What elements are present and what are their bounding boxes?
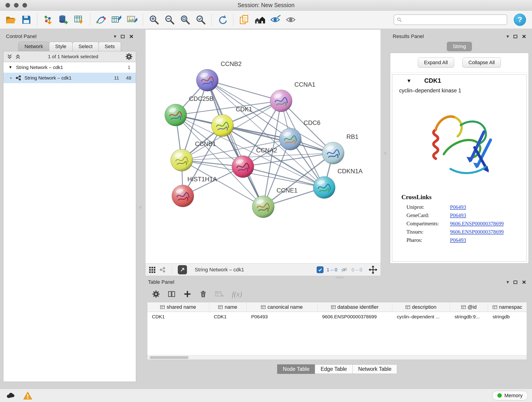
- panel-resize-handle[interactable]: [336, 276, 344, 279]
- section-collapse-caret-icon[interactable]: ▼: [406, 78, 412, 84]
- refresh-button[interactable]: [215, 13, 230, 27]
- table-panel-header: Table Panel ▾ ×: [145, 278, 529, 287]
- warnings-button[interactable]: [21, 390, 34, 401]
- gene-name: CDK1: [424, 77, 441, 84]
- cloud-status-button[interactable]: [4, 390, 17, 401]
- import-network-database-button[interactable]: [57, 13, 71, 27]
- cell-description[interactable]: cyclin–dependent ...: [392, 312, 450, 322]
- tab-style[interactable]: Style: [49, 42, 73, 51]
- export-image-button[interactable]: [125, 13, 139, 27]
- tab-sets[interactable]: Sets: [99, 42, 121, 51]
- show-columns-icon[interactable]: [168, 290, 176, 298]
- panel-float-icon[interactable]: [513, 35, 517, 38]
- tab-edge-table[interactable]: Edge Table: [315, 364, 353, 374]
- image-export-icon: [127, 14, 138, 25]
- tree-expand-caret-icon[interactable]: ▼: [8, 65, 12, 70]
- network-node-CCNA1[interactable]: CCNA1: [270, 81, 316, 112]
- panel-close-icon[interactable]: ×: [522, 33, 526, 40]
- gear-icon[interactable]: [152, 290, 160, 298]
- export-table-button[interactable]: [109, 13, 124, 27]
- panel-menu-caret-icon[interactable]: ▾: [506, 34, 509, 39]
- column-header-id[interactable]: @id: [450, 302, 488, 312]
- panel-float-icon[interactable]: [513, 281, 517, 284]
- warning-icon: [23, 391, 32, 400]
- gear-icon[interactable]: [125, 53, 133, 60]
- cell-id[interactable]: stringdb:9...: [450, 312, 488, 322]
- network-collection-row[interactable]: ▼ String Network – cdk1 1: [3, 62, 136, 73]
- panel-float-icon[interactable]: [121, 35, 125, 38]
- search-input[interactable]: [404, 17, 504, 22]
- zoom-selected-button[interactable]: [194, 13, 208, 27]
- panel-close-icon[interactable]: ×: [129, 33, 133, 40]
- panel-menu-caret-icon[interactable]: ▾: [506, 280, 509, 285]
- delete-icon[interactable]: [199, 290, 207, 298]
- column-header-namespace[interactable]: namespac: [488, 302, 527, 312]
- network-node-HIST1H1A[interactable]: HIST1H1A: [172, 176, 217, 207]
- merge-networks-button[interactable]: [94, 13, 108, 27]
- import-network-file-button[interactable]: [41, 13, 55, 27]
- scrollbar-thumb[interactable]: [150, 356, 189, 359]
- collapse-all-button[interactable]: Collapse All: [462, 57, 501, 68]
- crosslink-tissues-link[interactable]: 9606.ENSP00000378699: [450, 229, 504, 235]
- network-row-selected[interactable]: ● String Network – cdk1 11 48: [3, 73, 136, 83]
- move-crosshair-icon[interactable]: [369, 265, 377, 274]
- birdseye-view-button[interactable]: [178, 265, 187, 274]
- node-label-CCNA2: CCNA2: [256, 147, 277, 154]
- network-node-RB1[interactable]: RB1: [322, 133, 359, 164]
- delete-table-icon-disabled[interactable]: [215, 290, 224, 298]
- copy-document-button[interactable]: [237, 13, 251, 27]
- network-node-CDKN1A[interactable]: CDKN1A: [313, 168, 363, 198]
- expand-all-button[interactable]: Expand All: [418, 57, 454, 68]
- cell-namespace[interactable]: stringdb: [488, 312, 527, 322]
- tab-select[interactable]: Select: [72, 42, 99, 51]
- vertical-splitter-handle[interactable]: [384, 152, 387, 155]
- panel-menu-caret-icon[interactable]: ▾: [114, 34, 116, 39]
- column-header-description[interactable]: description: [392, 302, 450, 312]
- zoom-fit-button[interactable]: [178, 13, 192, 27]
- hidden-eye-icon[interactable]: [341, 267, 348, 273]
- network-node-CCNE1[interactable]: CCNE1: [252, 187, 298, 218]
- open-session-button[interactable]: [4, 13, 18, 27]
- tab-network[interactable]: Network: [18, 42, 49, 51]
- tab-network-table[interactable]: Network Table: [352, 364, 397, 374]
- cell-shared-name[interactable]: CDK1: [147, 312, 209, 322]
- cell-database-identifier[interactable]: 9606.ENSP00000378699: [317, 312, 392, 322]
- expand-all-chevrons-icon[interactable]: [15, 54, 21, 60]
- home-button[interactable]: [253, 13, 267, 27]
- zoom-in-button[interactable]: [147, 13, 161, 27]
- function-builder-icon[interactable]: f(x): [232, 290, 242, 298]
- crosslink-compartments-link[interactable]: 9606.ENSP00000378699: [450, 221, 504, 227]
- import-table-button[interactable]: [72, 13, 86, 27]
- zoom-window-button[interactable]: [22, 3, 27, 7]
- zoom-out-button[interactable]: [162, 13, 177, 27]
- tab-node-table[interactable]: Node Table: [277, 364, 315, 374]
- crosslink-uniprot-link[interactable]: P06493: [450, 204, 466, 210]
- horizontal-scrollbar[interactable]: [147, 355, 527, 360]
- show-graphics-details-button[interactable]: [268, 13, 283, 27]
- selected-nodes-checkbox-icon[interactable]: [317, 266, 323, 273]
- column-header-name[interactable]: name: [209, 302, 247, 312]
- save-session-button[interactable]: [19, 13, 33, 27]
- column-header-canonical-name[interactable]: canonical name: [247, 302, 317, 312]
- collapse-all-chevrons-icon[interactable]: [7, 54, 13, 60]
- show-hide-button[interactable]: [284, 13, 298, 27]
- grid-view-icon[interactable]: [149, 266, 156, 273]
- cell-name[interactable]: CDK1: [209, 312, 247, 322]
- tab-string[interactable]: String: [447, 42, 472, 51]
- network-share-gray-icon[interactable]: [159, 267, 166, 273]
- panel-close-icon[interactable]: ×: [522, 279, 526, 286]
- vertical-splitter-handle[interactable]: [139, 206, 142, 209]
- memory-button[interactable]: Memory: [492, 391, 528, 400]
- add-column-icon[interactable]: [183, 290, 191, 298]
- table-row[interactable]: CDK1 CDK1 P06493 9606.ENSP00000378699 cy…: [147, 312, 527, 322]
- crosslink-pharos-link[interactable]: P06493: [450, 237, 466, 243]
- column-header-database-identifier[interactable]: database identifier: [317, 302, 392, 312]
- cell-canonical-name[interactable]: P06493: [247, 312, 317, 322]
- help-button[interactable]: ?: [514, 13, 526, 26]
- column-header-shared-name[interactable]: shared name: [147, 302, 209, 312]
- network-graph[interactable]: CCNB2CCNA1CDC25BCDK1CDC6RB1CCNB1CCNA2CDK…: [146, 30, 380, 263]
- network-canvas[interactable]: CCNB2CCNA1CDC25BCDK1CDC6RB1CCNB1CCNA2CDK…: [145, 29, 381, 264]
- crosslink-genecard-link[interactable]: P06493: [450, 212, 466, 218]
- minimize-window-button[interactable]: [14, 3, 19, 7]
- close-window-button[interactable]: [6, 3, 10, 7]
